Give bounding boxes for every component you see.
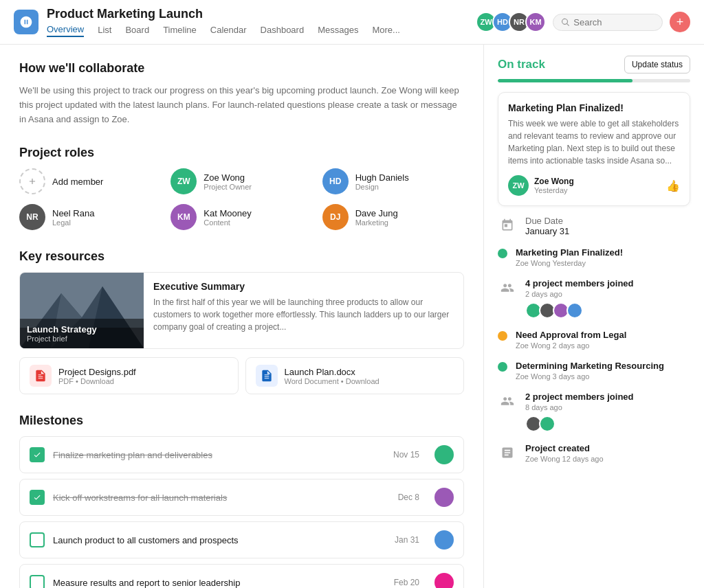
project-title: Product Marketing Launch bbox=[47, 7, 476, 21]
nav-item-messages[interactable]: Messages bbox=[318, 25, 358, 36]
milestone-label: Launch product to all customers and pros… bbox=[53, 535, 386, 545]
timeline-title: Marketing Plan Finalized! bbox=[516, 247, 690, 258]
file-meta: PDF • Download bbox=[58, 377, 136, 385]
left-panel: How we'll collaborate We'll be using thi… bbox=[0, 45, 484, 588]
role-title: Content bbox=[204, 218, 251, 227]
milestone-check bbox=[30, 532, 45, 547]
activity-card-footer: ZW Zoe Wong Yesterday 👍 bbox=[508, 175, 680, 196]
collaboration-title: How we'll collaborate bbox=[19, 61, 464, 76]
file-name: Project Designs.pdf bbox=[58, 367, 136, 377]
resource-image: Launch Strategy Project brief bbox=[20, 273, 144, 348]
nav-item-dashboard[interactable]: Dashboard bbox=[261, 25, 305, 36]
role-name: Neel Rana bbox=[52, 208, 94, 218]
add-member-icon bbox=[19, 168, 45, 194]
resource-file-doc[interactable]: Launch Plan.docx Word Document • Downloa… bbox=[245, 357, 465, 394]
role-info: Zoe Wong Project Owner bbox=[204, 172, 252, 191]
milestones-title: Milestones bbox=[19, 414, 464, 428]
timeline-item: 4 project members joined 2 days ago bbox=[498, 278, 690, 319]
timeline-meta: 2 days ago bbox=[525, 290, 690, 298]
role-avatar: HD bbox=[322, 168, 349, 194]
activity-card-body: This week we were able to get all stakeh… bbox=[508, 117, 680, 167]
roles-title: Project roles bbox=[19, 146, 464, 160]
timeline-item: Need Approval from Legal Zoe Wong 2 days… bbox=[498, 330, 690, 350]
role-name: Dave Jung bbox=[355, 208, 398, 218]
role-avatar: NR bbox=[19, 204, 45, 230]
role-info: Neel Rana Legal bbox=[52, 208, 94, 227]
timeline-item: Determining Marketing Resourcing Zoe Won… bbox=[498, 361, 690, 381]
activity-card: Marketing Plan Finalized! This week we w… bbox=[498, 92, 690, 206]
role-info: Kat Mooney Content bbox=[204, 208, 251, 227]
nav-item-more...[interactable]: More... bbox=[372, 25, 399, 36]
activity-user-info: Zoe Wong Yesterday bbox=[534, 177, 574, 194]
timeline-content: 2 project members joined 8 days ago bbox=[525, 392, 690, 432]
add-button[interactable]: + bbox=[670, 12, 690, 32]
role-avatar: DJ bbox=[322, 204, 349, 230]
milestone-item[interactable]: Kick off workstreams for all launch mate… bbox=[19, 479, 464, 516]
add-member-item[interactable]: Add member bbox=[19, 168, 161, 194]
milestone-date: Nov 15 bbox=[393, 450, 419, 460]
activity-user: ZW Zoe Wong Yesterday bbox=[508, 175, 574, 196]
role-item: ZW Zoe Wong Project Owner bbox=[170, 168, 312, 194]
header-title-nav: Product Marketing Launch OverviewListBoa… bbox=[47, 7, 476, 37]
milestone-avatar bbox=[434, 530, 454, 550]
activity-user-time: Yesterday bbox=[534, 186, 574, 194]
nav-item-calendar[interactable]: Calendar bbox=[210, 25, 247, 36]
timeline-avatar bbox=[539, 416, 556, 432]
milestone-check bbox=[30, 490, 45, 505]
nav-item-overview[interactable]: Overview bbox=[47, 24, 84, 37]
milestone-item[interactable]: Launch product to all customers and pros… bbox=[19, 521, 464, 558]
nav-item-timeline[interactable]: Timeline bbox=[163, 25, 197, 36]
timeline-item: 2 project members joined 8 days ago bbox=[498, 392, 690, 432]
timeline-content: Due Date January 31 bbox=[525, 216, 690, 236]
resource-text: Executive Summary In the first half of t… bbox=[144, 273, 463, 348]
collaboration-body: We'll be using this project to track our… bbox=[19, 84, 464, 126]
milestone-date: Feb 20 bbox=[394, 578, 419, 587]
app-logo bbox=[14, 10, 38, 34]
on-track-title: On track bbox=[498, 58, 545, 71]
thumbs-up-icon[interactable]: 👍 bbox=[666, 179, 680, 192]
nav-item-list[interactable]: List bbox=[98, 25, 111, 36]
avatar: KM bbox=[525, 12, 546, 32]
role-name: Kat Mooney bbox=[204, 208, 251, 218]
search-input[interactable] bbox=[573, 17, 654, 27]
role-item: KM Kat Mooney Content bbox=[170, 204, 312, 230]
milestone-label: Measure results and report to senior lea… bbox=[53, 578, 386, 588]
timeline-title: 2 project members joined bbox=[525, 392, 690, 402]
role-title: Legal bbox=[52, 218, 94, 227]
resource-text-body: In the first half of this year we will b… bbox=[153, 296, 454, 333]
activity-user-name: Zoe Wong bbox=[534, 177, 574, 186]
progress-bar bbox=[498, 79, 690, 82]
resource-text-title: Executive Summary bbox=[153, 281, 454, 292]
resource-main-card[interactable]: Launch Strategy Project brief Executive … bbox=[19, 272, 464, 349]
role-info: Hugh Daniels Design bbox=[355, 172, 409, 191]
resource-file-pdf[interactable]: Project Designs.pdf PDF • Download bbox=[19, 357, 239, 394]
timeline-meta: 8 days ago bbox=[525, 403, 690, 411]
milestone-avatar bbox=[434, 445, 454, 464]
timeline-avatar bbox=[566, 302, 583, 319]
role-item: HD Hugh Daniels Design bbox=[322, 168, 464, 194]
pdf-icon bbox=[30, 365, 52, 387]
milestone-date: Dec 8 bbox=[398, 493, 419, 502]
nav-item-board[interactable]: Board bbox=[125, 25, 149, 36]
resources-grid: Launch Strategy Project brief Executive … bbox=[19, 272, 464, 394]
file-name: Launch Plan.docx bbox=[285, 367, 380, 377]
role-name: Hugh Daniels bbox=[355, 172, 409, 183]
roles-section: Project roles Add member ZW Zoe Wong Pro… bbox=[19, 146, 464, 230]
timeline-item: Project created Zoe Wong 12 days ago bbox=[498, 443, 690, 463]
role-title: Design bbox=[355, 183, 409, 191]
update-status-button[interactable]: Update status bbox=[624, 56, 690, 74]
timeline-title: Due Date bbox=[525, 216, 690, 226]
timeline-feed: Due Date January 31 Marketing Plan Final… bbox=[498, 216, 690, 463]
role-title: Project Owner bbox=[204, 183, 252, 191]
timeline-meta: Zoe Wong 12 days ago bbox=[525, 455, 690, 463]
timeline-subtitle: January 31 bbox=[525, 226, 690, 236]
milestone-item[interactable]: Finalize marketing plan and deliverables… bbox=[19, 436, 464, 473]
role-item: NR Neel Rana Legal bbox=[19, 204, 161, 230]
milestones-list: Finalize marketing plan and deliverables… bbox=[19, 436, 464, 588]
activity-card-title: Marketing Plan Finalized! bbox=[508, 102, 680, 113]
milestone-item[interactable]: Measure results and report to senior lea… bbox=[19, 564, 464, 588]
milestone-avatar bbox=[434, 573, 454, 588]
calendar-icon bbox=[498, 216, 517, 235]
search-box[interactable] bbox=[553, 14, 663, 31]
header-actions: ZW HD NR KM + bbox=[476, 12, 690, 32]
